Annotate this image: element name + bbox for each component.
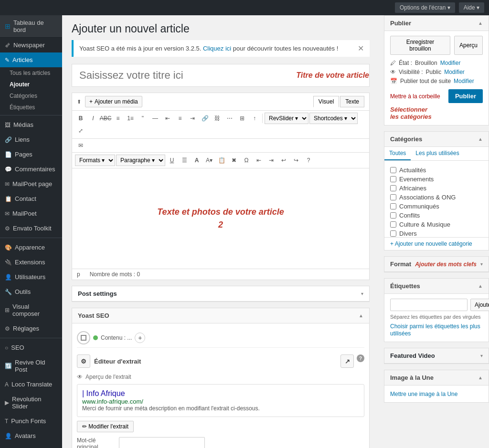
yoast-editeur-header[interactable]: ⚙ Éditeur d'extrait ↗ ?	[77, 352, 364, 371]
unlink-button[interactable]: ⛓	[212, 113, 223, 124]
visuel-tab[interactable]: Visuel	[313, 96, 339, 107]
yoast-share-icon[interactable]: ↗	[340, 354, 354, 368]
undo-button[interactable]: ↩	[278, 155, 289, 166]
notice-close-icon[interactable]: ✕	[358, 44, 364, 53]
align-right-button[interactable]: ⇥	[187, 113, 198, 124]
screen-options-button[interactable]: Options de l'écran ▾	[395, 2, 455, 13]
cat-tab-les-plus[interactable]: Les plus utilisées	[411, 147, 464, 160]
cat-checkbox-evenements[interactable]	[390, 176, 396, 182]
cat-tab-les-plus-link[interactable]: Les plus utilisées	[415, 150, 459, 156]
mot-cle-input[interactable]	[119, 437, 205, 448]
sidebar-item-mailpoet-page[interactable]: ✉ MailPoet page	[0, 177, 62, 191]
shortcodes-select[interactable]: Shortcodes ▾	[309, 113, 358, 124]
texte-tab[interactable]: Texte	[340, 96, 364, 107]
etiquettes-input[interactable]	[390, 299, 468, 311]
publish-button[interactable]: Publier	[448, 89, 483, 103]
cat-checkbox-culture[interactable]	[390, 221, 396, 228]
sidebar-item-liens[interactable]: 🔗 Liens	[0, 132, 62, 147]
modifier-extrait-button[interactable]: ✏ Modifier l'extrait	[77, 421, 134, 432]
special-chars-button[interactable]: Ω	[241, 155, 252, 166]
formats-select[interactable]: Formats ▾	[75, 155, 115, 166]
etiquettes-header[interactable]: Étiquettes ▲	[384, 279, 489, 294]
insert-button[interactable]: ↑	[249, 113, 260, 124]
sidebar-item-loco[interactable]: A Loco Translate	[0, 377, 62, 392]
image-une-header[interactable]: Image à la Une ▲	[384, 370, 489, 385]
etiquettes-popular-link[interactable]: Choisir parmi les étiquettes les plus ut…	[390, 323, 480, 337]
editor-body[interactable]: Texte et photos de votre article 2	[72, 168, 369, 269]
yoast-add-button[interactable]: +	[135, 333, 145, 343]
yoast-header[interactable]: Yoast SEO ▲	[72, 308, 369, 323]
move-trash-link[interactable]: Mettre à la corbeille	[390, 93, 440, 100]
cat-checkbox-africaines[interactable]	[390, 185, 396, 191]
article-title-input[interactable]	[72, 64, 291, 86]
fullscreen-button[interactable]: ⊞	[236, 113, 248, 124]
expand-button[interactable]: ⤢	[75, 125, 86, 136]
cat-checkbox-divers[interactable]	[390, 230, 396, 237]
yoast-tab-square[interactable]	[77, 331, 90, 344]
aide-button[interactable]: Aide ▾	[459, 2, 484, 13]
categories-header[interactable]: Catégories ▲	[384, 132, 489, 147]
image-une-link[interactable]: Mettre une image à la Une	[390, 391, 457, 397]
hr-button[interactable]: —	[149, 113, 161, 124]
sidebar-dashboard[interactable]: ⊞ Tableau de bord	[0, 15, 62, 38]
unordered-list-button[interactable]: ≡	[112, 113, 124, 124]
sidebar-sub-ajouter[interactable]: Ajouter	[0, 79, 62, 90]
sidebar-item-visual-composer[interactable]: ⊞ Visual composer	[0, 299, 62, 321]
sidebar-item-outils[interactable]: 🔧 Outils	[0, 284, 62, 299]
sidebar-item-apparence[interactable]: 🎨 Apparence	[0, 240, 62, 255]
clear-format-button[interactable]: ✖	[228, 155, 240, 166]
sidebar-item-medias[interactable]: 🖼 Médias	[0, 117, 62, 132]
sidebar-item-newspaper[interactable]: 🗞 Newspaper	[0, 38, 62, 52]
cat-checkbox-actualites[interactable]	[390, 167, 396, 173]
revslider-select[interactable]: RevSlider ▾	[265, 113, 308, 124]
sidebar-item-punch-fonts[interactable]: T Punch Fonts	[0, 414, 62, 428]
cat-tab-toutes[interactable]: Toutes	[384, 147, 411, 160]
sidebar-item-pages[interactable]: 📄 Pages	[0, 147, 62, 162]
sidebar-item-envato[interactable]: ⚙ Envato Toolkit	[0, 221, 62, 236]
sidebar-item-commentaires[interactable]: 💬 Commentaires	[0, 162, 62, 177]
featured-video-header[interactable]: Featured Video ▾	[384, 348, 489, 364]
cat-checkbox-associations[interactable]	[390, 194, 396, 200]
text-color-button[interactable]: A	[191, 155, 202, 166]
sidebar-item-seo[interactable]: ○ SEO	[0, 340, 62, 355]
sidebar-sub-categories[interactable]: Catégories	[0, 90, 62, 102]
redo-button[interactable]: ↪	[290, 155, 302, 166]
post-settings-header[interactable]: Post settings ▾	[72, 286, 369, 302]
etiquettes-add-button[interactable]: Ajouter	[470, 299, 489, 311]
blockquote-button[interactable]: "	[137, 113, 149, 124]
sidebar-item-revolution[interactable]: ▶ Revolution Slider	[0, 392, 62, 414]
cat-checkbox-communiques[interactable]	[390, 203, 396, 209]
sidebar-item-reglages[interactable]: ⚙ Réglages	[0, 321, 62, 336]
sidebar-sub-etiquettes[interactable]: Étiquettes	[0, 102, 62, 113]
paragraphe-select[interactable]: Paragraphe ▾	[116, 155, 165, 166]
paste-text-button[interactable]: 📋	[216, 155, 227, 166]
outdent-button[interactable]: ⇤	[253, 155, 265, 166]
add-category-link[interactable]: + Ajouter une nouvelle catégorie	[384, 237, 489, 250]
publish-box-header[interactable]: Publier ▲	[384, 16, 489, 31]
email-button[interactable]: ✉	[75, 140, 86, 151]
yoast-help-icon[interactable]: ?	[357, 354, 364, 362]
underline-button[interactable]: U	[166, 155, 178, 166]
ordered-list-button[interactable]: 1≡	[125, 113, 136, 124]
visibilite-modifier-link[interactable]: Modifier	[444, 69, 465, 75]
justify-button[interactable]: ☰	[179, 155, 190, 166]
notice-link[interactable]: Cliquez ici	[203, 45, 231, 52]
etat-modifier-link[interactable]: Modifier	[440, 60, 461, 66]
sidebar-sub-tous[interactable]: Tous les articles	[0, 67, 62, 79]
strikethrough-button[interactable]: ABC	[100, 113, 111, 124]
align-center-button[interactable]: ≡	[174, 113, 186, 124]
apercu-button[interactable]: Aperçu	[454, 36, 483, 55]
bg-color-button[interactable]: A▾	[203, 155, 215, 166]
sidebar-item-utilisateurs[interactable]: 👤 Utilisateurs	[0, 270, 62, 284]
sidebar-item-articles[interactable]: ✎ Articles	[0, 52, 62, 67]
sidebar-item-mailpoet[interactable]: ✉ MailPoet	[0, 206, 62, 221]
sidebar-item-extensions[interactable]: 🔌 Extensions	[0, 255, 62, 270]
cat-checkbox-conflits[interactable]	[390, 212, 396, 219]
italic-button[interactable]: I	[87, 113, 99, 124]
add-media-button[interactable]: + Ajouter un média	[85, 96, 142, 107]
save-draft-button[interactable]: Enregistrer brouillon	[390, 36, 450, 55]
format-header[interactable]: Format Ajouter des mots clefs ▾	[384, 257, 489, 272]
align-left-button[interactable]: ⇤	[162, 113, 173, 124]
indent-button[interactable]: ⇥	[266, 155, 277, 166]
help-keyboard-button[interactable]: ?	[303, 155, 314, 166]
